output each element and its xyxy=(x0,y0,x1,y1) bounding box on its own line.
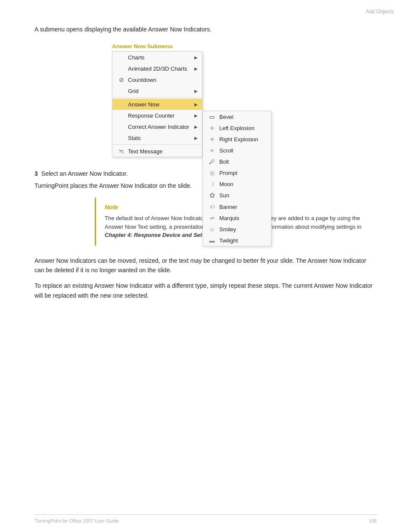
countdown-icon: ⊘ xyxy=(117,76,126,83)
sun-label: Sun xyxy=(219,192,229,199)
grid-label: Grid xyxy=(128,88,191,94)
menu-container: Charts ▶ Animated 2D/3D Charts ▶ ⊘ Count… xyxy=(112,51,377,157)
right-explosion-label: Right Explosion xyxy=(219,136,258,143)
charts-label: Charts xyxy=(128,54,191,61)
answer-now-arrow: ▶ xyxy=(194,102,198,107)
menu-divider-2 xyxy=(112,144,202,145)
footer-left: TurningPoint for Office 2007 User Guide xyxy=(34,518,119,523)
stats-label: Stats xyxy=(128,135,191,141)
submenu-item-left-explosion[interactable]: ✳ Left Explosion xyxy=(203,122,271,134)
scroll-label: Scroll xyxy=(219,147,234,154)
page-header-label: Add Objects xyxy=(366,9,394,15)
submenu-box: ▭ Bevel ✳ Left Explosion ✳ Right Explosi… xyxy=(202,111,271,246)
banner-label: Banner xyxy=(219,204,237,210)
submenu-title: Answer Now Submenu xyxy=(112,43,377,50)
main-menu-box: Charts ▶ Animated 2D/3D Charts ▶ ⊘ Count… xyxy=(112,51,202,157)
menu-item-correct-answer[interactable]: Correct Answer Indicator ▶ xyxy=(112,121,202,132)
text-message-label: Text Message xyxy=(128,148,198,155)
correct-answer-label: Correct Answer Indicator xyxy=(128,124,191,130)
menu-item-countdown[interactable]: ⊘ Countdown xyxy=(112,74,202,85)
grid-arrow: ▶ xyxy=(194,89,198,93)
menu-item-stats[interactable]: Stats ▶ xyxy=(112,132,202,143)
left-explosion-icon: ✳ xyxy=(207,125,217,131)
correct-answer-arrow: ▶ xyxy=(194,124,198,129)
menu-item-grid[interactable]: Grid ▶ xyxy=(112,85,202,96)
submenu-item-prompt[interactable]: ◎ Prompt xyxy=(203,167,271,178)
smiley-icon: ☺ xyxy=(207,226,217,233)
submenu-item-smiley[interactable]: ☺ Smiley xyxy=(203,224,271,235)
left-explosion-label: Left Explosion xyxy=(219,125,255,131)
menu-item-answer-now[interactable]: Answer Now ▶ xyxy=(112,99,202,110)
menu-item-animated-charts[interactable]: Animated 2D/3D Charts ▶ xyxy=(112,63,202,74)
marquis-icon: ⇌ xyxy=(207,215,217,221)
charts-arrow: ▶ xyxy=(194,55,198,60)
submenu-item-marquis[interactable]: ⇌ Marquis xyxy=(203,212,271,224)
submenu-item-scroll[interactable]: ≡ Scroll xyxy=(203,145,271,156)
marquis-label: Marquis xyxy=(219,215,239,221)
submenu-area: Answer Now Submenu Charts ▶ Animated 2D/… xyxy=(112,43,377,157)
stats-arrow: ▶ xyxy=(194,136,198,140)
scroll-icon: ≡ xyxy=(207,147,217,154)
response-counter-arrow: ▶ xyxy=(194,113,198,118)
menu-item-text-message[interactable]: ≒ Text Message xyxy=(112,146,202,157)
bolt-label: Bolt xyxy=(219,159,229,165)
twilight-icon: ▬ xyxy=(207,237,217,244)
animated-charts-arrow: ▶ xyxy=(194,66,198,71)
moon-label: Moon xyxy=(219,181,234,187)
sun-icon: ✿ xyxy=(207,191,217,199)
menu-item-response-counter[interactable]: Response Counter ▶ xyxy=(112,110,202,121)
body-text-1: Answer Now Indicators can be moved, resi… xyxy=(34,256,377,275)
submenu-item-twilight[interactable]: ▬ Twilight xyxy=(203,235,271,246)
twilight-label: Twilight xyxy=(219,237,238,244)
bevel-icon: ▭ xyxy=(207,114,217,120)
prompt-label: Prompt xyxy=(219,170,237,176)
submenu-item-moon[interactable]: ☽ Moon xyxy=(203,178,271,190)
menu-item-charts[interactable]: Charts ▶ xyxy=(112,52,202,63)
bolt-icon: 🔎 xyxy=(207,159,217,165)
footer-right: 108 xyxy=(369,518,377,523)
prompt-icon: ◎ xyxy=(207,170,217,176)
response-counter-label: Response Counter xyxy=(128,112,191,119)
page-footer: TurningPoint for Office 2007 User Guide … xyxy=(34,514,377,523)
menu-divider-1 xyxy=(112,97,202,98)
step3-number: 3 xyxy=(34,170,38,177)
body-text-2: To replace an existing Answer Now Indica… xyxy=(34,281,377,300)
animated-charts-label: Animated 2D/3D Charts xyxy=(128,65,191,72)
answer-now-label: Answer Now xyxy=(128,101,191,108)
bevel-label: Bevel xyxy=(219,114,234,120)
step3-text: Select an Answer Now Indicator. xyxy=(41,170,128,177)
submenu-item-right-explosion[interactable]: ✳ Right Explosion xyxy=(203,134,271,145)
submenu-item-bevel[interactable]: ▭ Bevel xyxy=(203,111,271,122)
right-explosion-icon: ✳ xyxy=(207,136,217,143)
submenu-item-bolt[interactable]: 🔎 Bolt xyxy=(203,156,271,167)
submenu-item-sun[interactable]: ✿ Sun xyxy=(203,190,271,201)
text-message-icon: ≒ xyxy=(117,148,126,155)
intro-text: A submenu opens displaying the available… xyxy=(34,26,377,33)
submenu-item-banner[interactable]: 🏷 Banner xyxy=(203,201,271,212)
banner-icon: 🏷 xyxy=(207,204,217,209)
countdown-label: Countdown xyxy=(128,77,198,83)
moon-icon: ☽ xyxy=(207,181,217,187)
smiley-label: Smiley xyxy=(219,226,236,233)
